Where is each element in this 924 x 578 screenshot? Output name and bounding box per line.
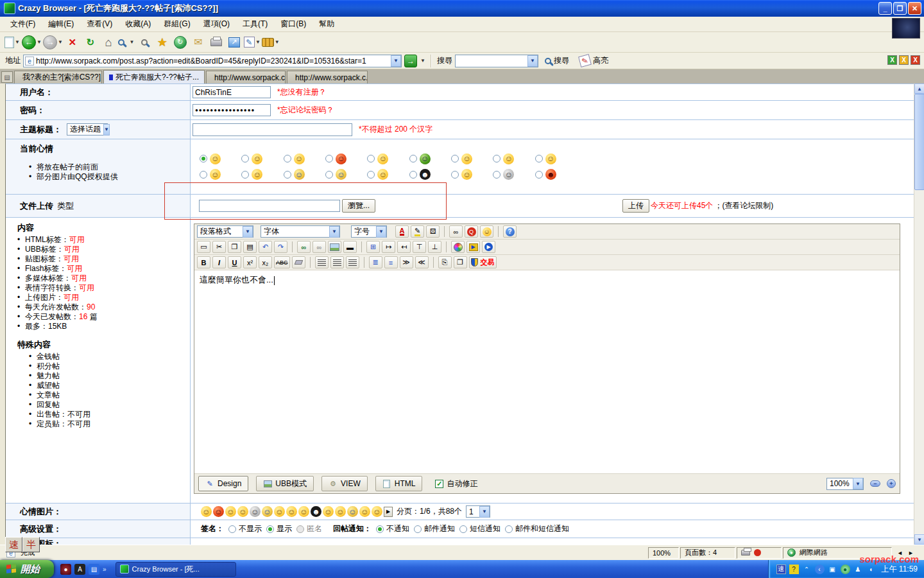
quick-launch-overflow-icon[interactable]: »	[103, 566, 107, 573]
users-tray-icon[interactable]: ♟	[853, 565, 863, 574]
ime-speed-button[interactable]: 速	[5, 537, 22, 552]
smiley-icon[interactable]: ☺	[359, 506, 370, 517]
menu-view[interactable]: 查看(V)	[80, 17, 119, 31]
search-combo-dropdown-icon[interactable]: ▼	[527, 55, 538, 67]
flash-icon[interactable]	[451, 241, 465, 253]
insert-row-icon[interactable]: ↦	[382, 241, 395, 253]
split-cell-icon[interactable]: ⊥	[428, 241, 441, 253]
cut-icon[interactable]: ✂	[212, 241, 226, 253]
mood-option[interactable]: ☺	[451, 169, 472, 180]
media-icon[interactable]: ▶	[466, 241, 480, 253]
notify-option-selected[interactable]: 不通知	[376, 523, 409, 534]
italic-icon[interactable]: I	[212, 256, 226, 268]
tab-4[interactable]: http://www.sorpack.c...	[287, 71, 368, 83]
volume-tray-icon[interactable]: ◖	[866, 565, 876, 574]
menu-options[interactable]: 選項(O)	[197, 17, 236, 31]
realplayer-icon[interactable]: ▶	[482, 241, 495, 253]
search-button[interactable]: 搜尋	[541, 54, 573, 67]
home-icon[interactable]: ⌂	[100, 34, 117, 51]
ime-halfwidth-button[interactable]: 半	[22, 537, 40, 552]
mood-option[interactable]: ☺	[284, 169, 305, 180]
smiley-icon[interactable]: ☺	[237, 506, 248, 517]
close-button[interactable]: ✕	[908, 2, 921, 15]
username-input[interactable]	[193, 86, 271, 98]
eraser-icon[interactable]	[292, 256, 305, 268]
new-document-icon[interactable]: ▭	[197, 241, 210, 253]
font-family-select[interactable]: 字体▼	[261, 225, 340, 238]
quick-launch-icon[interactable]: ●	[60, 564, 71, 575]
network-tray-icon[interactable]: ▣	[828, 565, 837, 574]
tab-list-icon[interactable]: ▤	[1, 71, 13, 83]
smiley-icon[interactable]: ☺	[286, 506, 297, 517]
print-icon[interactable]	[208, 34, 225, 51]
close-tab-red-icon[interactable]: X	[911, 55, 920, 65]
new-page-icon[interactable]: ▼	[4, 34, 21, 51]
copy-document-icon[interactable]: ❐	[454, 256, 467, 268]
go-dropdown-icon[interactable]: ▼	[420, 58, 425, 64]
menu-tools[interactable]: 工具(T)	[236, 17, 274, 31]
tab-1[interactable]: 我?表的主?[索沛CS??]	[14, 71, 102, 83]
password-input[interactable]	[193, 104, 271, 116]
task-button-crazy-browser[interactable]: Crazy Browser - [死...	[116, 562, 236, 577]
forward-icon[interactable]: →▼	[43, 34, 63, 51]
dice-icon[interactable]: ⚄	[426, 225, 440, 238]
mood-option[interactable]: ☺	[367, 169, 388, 180]
scroll-down-icon[interactable]: ▼	[914, 534, 924, 545]
smiley-icon[interactable]: ☺	[262, 506, 273, 517]
file-upload-input[interactable]	[199, 200, 340, 212]
scrollbar-thumb[interactable]	[914, 94, 924, 190]
next-emoticons-icon[interactable]: ▶	[384, 507, 393, 517]
horizontal-rule-icon[interactable]: ▬	[343, 241, 357, 253]
quick-launch-icon[interactable]: ▤	[89, 564, 99, 575]
autocorrect-toggle[interactable]: ✓ 自动修正	[435, 478, 477, 489]
unordered-list-icon[interactable]: ≡	[384, 256, 398, 268]
mood-option[interactable]: ☺	[493, 153, 514, 164]
mood-option[interactable]: ☺	[241, 153, 262, 164]
edit-notes-icon[interactable]: ✎▼	[244, 34, 261, 51]
emoticon-icon[interactable]: ☺	[480, 225, 493, 238]
subscript-icon[interactable]: x₂	[259, 256, 272, 268]
paste-icon[interactable]: ▤	[243, 241, 257, 253]
address-dropdown-icon[interactable]: ▼	[391, 55, 401, 67]
collapse-chevron-icon[interactable]: ‹	[815, 565, 825, 574]
insert-column-icon[interactable]: ↤	[397, 241, 411, 253]
smiley-icon[interactable]: ☺	[347, 506, 358, 517]
messenger-tray-icon[interactable]: ●	[841, 565, 850, 574]
copy-icon[interactable]: ❐	[228, 241, 241, 253]
menu-window[interactable]: 窗口(B)	[274, 17, 312, 31]
insert-table-icon[interactable]: ⊞	[366, 241, 380, 253]
vertical-scrollbar[interactable]: ▲ ▼	[914, 83, 924, 545]
mood-option[interactable]: ☺	[325, 169, 346, 180]
zoom-out-icon[interactable]: −	[870, 480, 880, 487]
highlight-pen-icon[interactable]: ✎	[411, 225, 424, 238]
merge-cell-icon[interactable]: ⊤	[413, 241, 426, 253]
zoom-in-icon[interactable]: +	[887, 479, 896, 488]
remove-link-icon[interactable]: ∞	[312, 241, 326, 253]
smiley-icon[interactable]: ☺	[213, 506, 224, 517]
editor-zoom-select[interactable]: 100%▼	[826, 478, 864, 490]
mood-option[interactable]: ☺	[241, 169, 262, 180]
mode-html-button[interactable]: HTML	[375, 476, 423, 491]
signature-option[interactable]: 不显示	[228, 523, 262, 534]
ordered-list-icon[interactable]: ≣	[369, 256, 382, 268]
upload-button[interactable]: 上传	[622, 199, 649, 213]
browse-button[interactable]: 瀏覽...	[342, 199, 375, 213]
smiley-icon[interactable]: ☻	[311, 506, 321, 517]
qq-block-icon[interactable]: Q	[465, 225, 478, 238]
address-input[interactable]	[36, 56, 391, 66]
smiley-icon[interactable]: ☺	[323, 506, 334, 517]
smiley-icon[interactable]: ☺	[201, 506, 212, 517]
notify-option[interactable]: 短信通知	[459, 523, 501, 534]
restore-button[interactable]: ❐	[893, 2, 907, 15]
toolbox-icon[interactable]: ▼	[262, 34, 280, 51]
ime-speed-tray-icon[interactable]: 速	[776, 565, 786, 574]
insert-link-icon[interactable]: ∞	[297, 241, 311, 253]
mood-option[interactable]: ☻	[409, 169, 431, 180]
open-window-icon[interactable]: ↗	[226, 34, 243, 51]
refresh-icon[interactable]: ↻	[82, 34, 99, 51]
mode-ubb-button[interactable]: UBB模式	[256, 476, 314, 491]
menu-favorites[interactable]: 收藏(A)	[119, 17, 157, 31]
smiley-icon[interactable]: ☺	[298, 506, 309, 517]
go-button[interactable]: →	[404, 55, 417, 67]
redo-icon[interactable]: ↷	[274, 241, 287, 253]
